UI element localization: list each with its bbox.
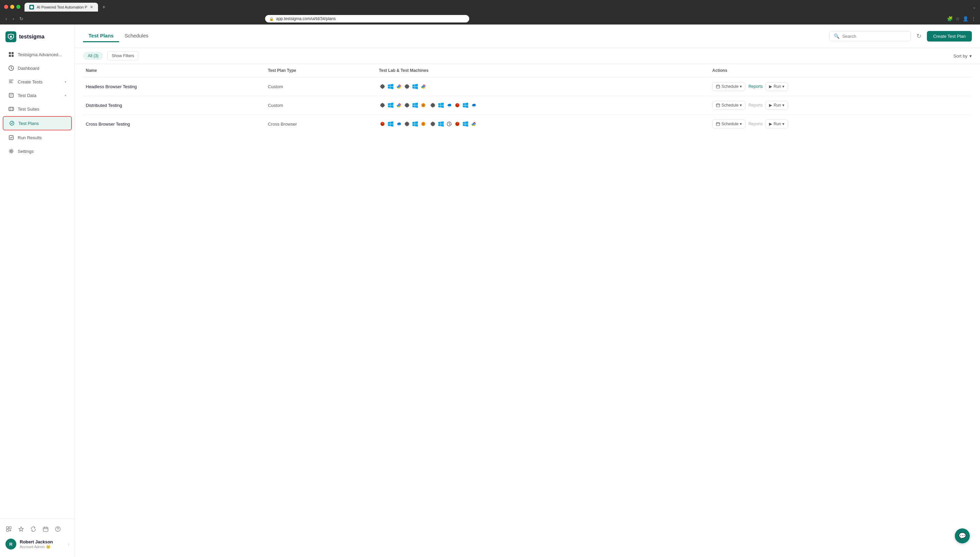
gear-icon — [430, 121, 436, 127]
chevron-down-icon-2: ▾ — [65, 94, 67, 98]
help-icon[interactable] — [54, 526, 61, 533]
create-test-plan-button[interactable]: Create Test Plan — [927, 31, 972, 42]
active-tab[interactable]: AI Powered Test Automation P ✕ — [24, 3, 98, 11]
chat-fab-button[interactable]: 💬 — [955, 528, 970, 543]
reports-button-1[interactable]: Reports — [748, 84, 763, 89]
plan-type-3: Cross Browser — [265, 115, 376, 134]
plan-type-2: Custom — [265, 96, 376, 115]
table-row: Cross Browser Testing Cross Browser — [83, 115, 972, 134]
profile-button[interactable]: 👤 — [963, 16, 969, 21]
red-firefox-icon — [454, 102, 461, 109]
tab-test-plans[interactable]: Test Plans — [83, 30, 119, 42]
reports-button-3[interactable]: Reports — [748, 122, 763, 126]
sidebar-item-apps[interactable]: Testsigma Advanced... — [3, 48, 72, 61]
sidebar: testsigma Testsigma Advanced... — [0, 24, 75, 557]
show-filters-button[interactable]: Show Filters — [107, 51, 138, 60]
sync-icon[interactable] — [30, 526, 37, 533]
red-firefox-icon — [379, 121, 386, 127]
col-actions: Actions — [709, 64, 972, 77]
extensions-button[interactable]: 🧩 — [947, 16, 953, 21]
refresh-button[interactable]: ↻ — [915, 31, 923, 41]
reload-button[interactable]: ↻ — [18, 15, 25, 22]
sidebar-item-label-test-plans: Test Plans — [18, 121, 66, 126]
test-plans-table: Name Test Plan Type Test Lab & Test Mach… — [83, 64, 972, 133]
dashboard-icon — [8, 65, 14, 71]
run-chevron-icon: ▾ — [782, 84, 784, 89]
table-container: Name Test Plan Type Test Lab & Test Mach… — [75, 64, 980, 557]
tab-close-button[interactable]: ✕ — [90, 5, 93, 10]
calendar-icon — [716, 103, 720, 107]
chat-icon: 💬 — [959, 532, 966, 540]
chrome-icon — [420, 83, 427, 90]
sidebar-item-label-create-tests: Create Tests — [18, 79, 61, 85]
search-box[interactable]: 🔍 — [829, 31, 911, 41]
main-header: Test Plans Schedules 🔍 ↻ Create Test Pla… — [75, 24, 980, 48]
run-button-1[interactable]: ▶ Run ▾ — [765, 82, 788, 91]
search-input[interactable] — [842, 34, 907, 39]
addon-icon[interactable] — [5, 526, 12, 533]
sidebar-item-test-plans[interactable]: Test Plans — [3, 116, 72, 130]
edge-icon — [446, 102, 453, 109]
sidebar-item-label-apps: Testsigma Advanced... — [18, 52, 67, 57]
test-data-icon — [8, 92, 14, 98]
svg-rect-14 — [9, 527, 11, 529]
svg-point-12 — [11, 150, 12, 152]
run-results-icon — [8, 135, 14, 141]
user-info: Robert Jackson Account Admin 👑 — [20, 539, 64, 549]
main-content: Test Plans Schedules 🔍 ↻ Create Test Pla… — [75, 24, 980, 557]
tab-schedules[interactable]: Schedules — [119, 30, 154, 42]
minimize-traffic-light[interactable] — [10, 5, 14, 9]
svg-rect-36 — [716, 122, 720, 125]
run-button-2[interactable]: ▶ Run ▾ — [765, 101, 788, 110]
calendar-icon[interactable] — [42, 526, 49, 533]
windows-icon — [462, 121, 469, 127]
address-bar[interactable]: 🔒 app.testsigma.com/ui/td/34/plans — [265, 15, 469, 23]
clock-icon — [446, 121, 453, 127]
sidebar-item-create-tests[interactable]: Create Tests ▾ — [3, 75, 72, 88]
bookmark-button[interactable]: ☆ — [956, 16, 960, 21]
svg-point-35 — [472, 123, 475, 125]
sort-by-label: Sort by — [954, 54, 967, 59]
sidebar-item-dashboard[interactable]: Dashboard — [3, 62, 72, 75]
run-button-3[interactable]: ▶ Run ▾ — [765, 119, 788, 129]
chevron-down-icon: ▾ — [65, 80, 67, 84]
schedule-button-1[interactable]: Schedule ▾ — [712, 82, 746, 91]
new-tab-button[interactable]: + — [99, 3, 108, 11]
user-row[interactable]: R Robert Jackson Account Admin 👑 › — [0, 535, 75, 553]
app: testsigma Testsigma Advanced... — [0, 24, 980, 557]
close-traffic-light[interactable] — [4, 5, 8, 9]
logo-text: testsigma — [19, 34, 45, 40]
gear-icon — [404, 121, 410, 127]
reports-button-2[interactable]: Reports — [748, 103, 763, 107]
table-row: Distributed Testing Custom — [83, 96, 972, 115]
sidebar-item-settings[interactable]: Settings — [3, 145, 72, 158]
svg-point-20 — [422, 85, 424, 88]
maximize-traffic-light[interactable] — [16, 5, 20, 9]
more-button[interactable]: ⋮ — [971, 16, 976, 21]
svg-rect-6 — [11, 55, 14, 57]
schedule-button-2[interactable]: Schedule ▾ — [712, 101, 746, 110]
back-button[interactable]: ‹ — [4, 15, 8, 22]
windows-icon — [387, 83, 394, 90]
schedule-chevron-icon: ▾ — [740, 84, 742, 89]
schedule-chevron-icon: ▾ — [740, 122, 742, 126]
all-filter-badge[interactable]: All (3) — [83, 52, 103, 60]
star-icon[interactable] — [18, 526, 24, 533]
svg-point-19 — [398, 85, 400, 88]
sidebar-item-test-data[interactable]: Test Data ▾ — [3, 89, 72, 102]
sort-by-control[interactable]: Sort by ▾ — [954, 54, 972, 59]
svg-rect-9 — [9, 107, 14, 111]
gear-icon — [404, 102, 410, 109]
sidebar-bottom-icons — [0, 523, 75, 535]
browser-chrome: AI Powered Test Automation P ✕ + ⌄ ‹ › ↻… — [0, 0, 980, 24]
col-type: Test Plan Type — [265, 64, 376, 77]
create-tests-icon — [8, 79, 14, 85]
sidebar-bottom: R Robert Jackson Account Admin 👑 › — [0, 518, 75, 553]
svg-rect-13 — [6, 527, 8, 529]
sidebar-item-run-results[interactable]: Run Results — [3, 131, 72, 144]
forward-button[interactable]: › — [11, 15, 16, 22]
sidebar-item-test-suites[interactable]: Test Suites — [3, 103, 72, 116]
user-role: Account Admin 👑 — [20, 544, 64, 549]
schedule-button-3[interactable]: Schedule ▾ — [712, 119, 746, 129]
plan-actions-2: Schedule ▾ Reports ▶ Run ▾ — [709, 96, 972, 115]
